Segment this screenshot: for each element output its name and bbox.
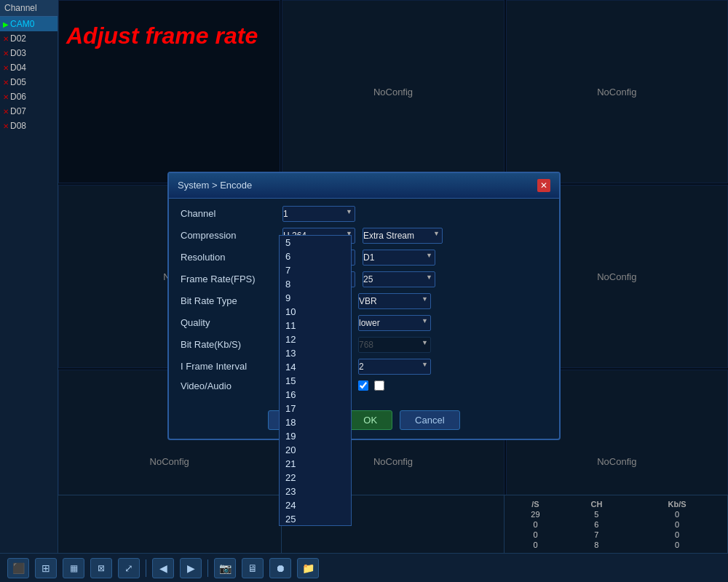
iframe-select-wrapper[interactable]: 1234 (358, 359, 431, 375)
fps-item-25[interactable]: 25 (280, 512, 351, 526)
d08-label: D08 (10, 121, 26, 131)
bitrate-type-select-wrapper[interactable]: VBRCBR (358, 293, 431, 309)
x-icon-d03: ✕ (3, 49, 9, 57)
taskbar-btn-monitor[interactable]: ⬛ (7, 558, 29, 578)
fps-item-21[interactable]: 21 (280, 457, 351, 471)
grid-cell-2: NoConfig (282, 0, 504, 183)
fps-item-17[interactable]: 17 (280, 402, 351, 415)
taskbar-btn-next[interactable]: ▶ (180, 558, 202, 578)
x-icon-d04: ✕ (3, 64, 9, 72)
fps-item-13[interactable]: 13 (280, 346, 351, 360)
resolution-extra-select-wrapper[interactable]: D1CIF (363, 250, 435, 266)
bottom-col-stats: /S CH Kb/S 2950 060 070 080 (505, 495, 728, 553)
bitrate-row: Bit Rate(Kb/S) 768 (181, 337, 547, 353)
bitrate-type-select[interactable]: VBRCBR (358, 293, 431, 309)
x-icon-d08: ✕ (3, 122, 9, 130)
fps-item-16[interactable]: 16 (280, 388, 351, 402)
fps-item-20[interactable]: 20 (280, 443, 351, 457)
taskbar: ⬛ ⊞ ▦ ⊠ ⤢ ◀ ▶ 📷 🖥 ⏺ 📁 (0, 553, 728, 582)
play-icon: ▶ (3, 20, 9, 28)
taskbar-btn-fullscreen[interactable]: ⤢ (118, 558, 140, 578)
sidebar-header: Channel (0, 0, 58, 17)
x-icon-d07: ✕ (3, 108, 9, 116)
d02-label: D02 (10, 33, 26, 44)
sidebar-item-d07[interactable]: ✕ D07 (0, 104, 58, 119)
ok-button[interactable]: OK (348, 410, 392, 430)
taskbar-divider-1 (146, 559, 146, 577)
stream-type-select-wrapper[interactable]: Extra StreamMain Stream (363, 228, 443, 244)
taskbar-btn-folder[interactable]: 📁 (297, 558, 319, 578)
resolution-extra-select[interactable]: D1CIF (363, 250, 435, 266)
taskbar-btn-prev[interactable]: ◀ (152, 558, 174, 578)
quality-select-wrapper[interactable]: lowerlowmediumhighhigher (358, 315, 431, 331)
sidebar-item-cam0[interactable]: ▶ CAM0 (0, 17, 58, 31)
grid-cell-cam0: Adjust frame rate (58, 0, 280, 183)
d07-label: D07 (10, 106, 26, 116)
sidebar-item-d02[interactable]: ✕ D02 (0, 31, 58, 46)
quality-select[interactable]: lowerlowmediumhighhigher (358, 315, 431, 331)
fps-item-14[interactable]: 14 (280, 360, 351, 374)
video-checkbox[interactable] (358, 380, 368, 391)
taskbar-btn-record[interactable]: ⏺ (269, 558, 291, 578)
audio-checkbox[interactable] (374, 380, 384, 391)
fps-item-5[interactable]: 5 (280, 236, 351, 250)
bitrate-label: Bit Rate(Kb/S) (181, 339, 282, 350)
stats-table: /S CH Kb/S 2950 060 070 080 (507, 499, 724, 550)
fps-item-7[interactable]: 7 (280, 263, 351, 277)
fps-item-6[interactable]: 6 (280, 250, 351, 263)
d05-label: D05 (10, 77, 26, 87)
fps-item-24[interactable]: 24 (280, 498, 351, 512)
dialog-footer: Advanced OK Cancel (169, 404, 559, 439)
framerate-extra-select[interactable]: 25 (363, 271, 435, 287)
resolution-label: Resolution (181, 252, 282, 263)
dialog-close-button[interactable]: ✕ (537, 179, 550, 192)
bottom-info-bar: /S CH Kb/S 2950 060 070 080 (58, 495, 728, 553)
framerate-row: Frame Rate(FPS) 25 25 (181, 271, 547, 287)
iframe-select[interactable]: 1234 (358, 359, 431, 375)
x-icon-d06: ✕ (3, 93, 9, 101)
compression-row: Compression H.264H.265 Extra StreamMain … (181, 228, 547, 244)
sidebar: Channel ▶ CAM0 ✕ D02 ✕ D03 ✕ D04 ✕ D05 ✕… (0, 0, 58, 553)
bitrate-select-wrapper: 768 (358, 337, 431, 353)
x-icon-d05: ✕ (3, 79, 9, 87)
framerate-extra-select-wrapper[interactable]: 25 (363, 271, 435, 287)
channel-select[interactable]: 1234 (282, 206, 355, 222)
quality-label: Quality (181, 317, 282, 328)
fps-item-8[interactable]: 8 (280, 277, 351, 291)
taskbar-btn-grid2[interactable]: ▦ (63, 558, 84, 578)
taskbar-btn-camera[interactable]: 📷 (214, 558, 236, 578)
taskbar-btn-grid4[interactable]: ⊞ (35, 558, 57, 578)
grid-cell-3: NoConfig (506, 0, 728, 183)
bitrate-select: 768 (358, 337, 431, 353)
channel-label: Channel (181, 208, 282, 219)
fps-item-23[interactable]: 23 (280, 485, 351, 498)
fps-item-11[interactable]: 11 (280, 319, 351, 332)
sidebar-item-d05[interactable]: ✕ D05 (0, 75, 58, 89)
fps-dropdown[interactable]: 5 6 7 8 9 10 11 12 13 14 15 16 17 18 19 … (279, 235, 352, 526)
fps-item-12[interactable]: 12 (280, 332, 351, 346)
encode-dialog: System > Encode ✕ Channel 1234 Compressi… (167, 172, 561, 440)
taskbar-btn-display[interactable]: 🖥 (242, 558, 264, 578)
dialog-title-bar: System > Encode ✕ (169, 173, 559, 199)
headline-text: Adjust frame rate (66, 23, 258, 49)
channel-select-wrapper[interactable]: 1234 (282, 206, 355, 222)
fps-item-9[interactable]: 9 (280, 291, 351, 305)
d03-label: D03 (10, 48, 26, 58)
channel-row: Channel 1234 (181, 206, 547, 222)
quality-row: Quality lowerlowmediumhighhigher (181, 315, 547, 331)
taskbar-btn-grid9[interactable]: ⊠ (90, 558, 112, 578)
sidebar-item-d06[interactable]: ✕ D06 (0, 89, 58, 104)
fps-item-22[interactable]: 22 (280, 471, 351, 485)
d04-label: D04 (10, 63, 26, 73)
stream-type-select[interactable]: Extra StreamMain Stream (363, 228, 443, 244)
sidebar-item-d04[interactable]: ✕ D04 (0, 60, 58, 75)
sidebar-item-d03[interactable]: ✕ D03 (0, 46, 58, 60)
fps-item-18[interactable]: 18 (280, 415, 351, 429)
sidebar-item-d08[interactable]: ✕ D08 (0, 119, 58, 133)
cancel-button[interactable]: Cancel (400, 410, 459, 430)
fps-item-10[interactable]: 10 (280, 305, 351, 319)
bottom-col-1 (58, 495, 282, 553)
fps-item-15[interactable]: 15 (280, 374, 351, 388)
fps-item-19[interactable]: 19 (280, 429, 351, 443)
resolution-row: Resolution 1080P720PD1 D1CIF (181, 250, 547, 266)
